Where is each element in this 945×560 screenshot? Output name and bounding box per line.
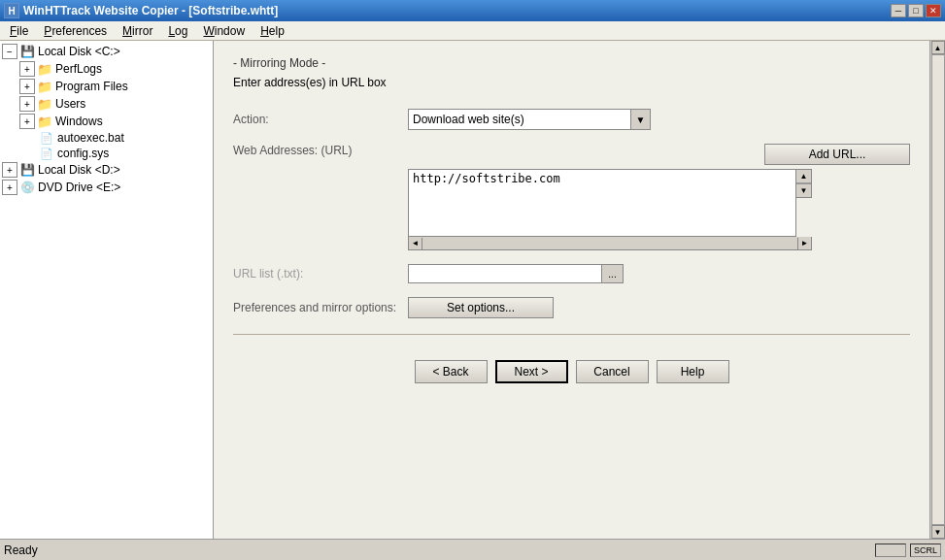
tree-item-config-sys[interactable]: 📄 config.sys [19, 146, 211, 161]
tree-expander-e[interactable]: + [2, 180, 17, 195]
menu-preferences[interactable]: Preferences [36, 22, 115, 40]
tree-item-program-files[interactable]: + 📁 Program Files [19, 78, 211, 95]
tree-label-local-c: Local Disk <C:> [38, 45, 120, 58]
close-button[interactable]: ✕ [926, 4, 941, 17]
tree-expander-d[interactable]: + [2, 162, 17, 178]
action-control: Download web site(s)Download web site(s)… [408, 109, 910, 130]
tree-label-users: Users [55, 97, 85, 111]
status-right: SCRL [875, 544, 941, 557]
action-row: Action: Download web site(s)Download web… [233, 109, 910, 130]
tree-expander-users[interactable]: + [19, 96, 35, 112]
file-tree: − 💾 Local Disk <C:> + 📁 PerfLogs + 📁 Pro… [0, 41, 214, 539]
tree-item-dvd-e[interactable]: + 💿 DVD Drive <E:> [2, 179, 211, 196]
back-button[interactable]: < Back [415, 360, 488, 383]
main-container: − 💾 Local Disk <C:> + 📁 PerfLogs + 📁 Pro… [0, 41, 945, 539]
action-label: Action: [233, 113, 408, 126]
folder-icon-users: 📁 [37, 97, 52, 111]
menu-help[interactable]: Help [253, 22, 292, 40]
url-list-control: ... [408, 264, 624, 283]
disk-icon-c: 💾 [19, 45, 35, 58]
url-list-browse-button[interactable]: ... [602, 264, 624, 283]
menu-bar: File Preferences Mirror Log Window Help [0, 21, 945, 41]
dropdown-arrow-icon[interactable]: ▼ [631, 109, 651, 130]
url-scroll-up[interactable]: ▲ [796, 170, 811, 183]
right-scrollbar: ▲ ▼ [929, 41, 945, 539]
url-list-input[interactable] [408, 264, 602, 283]
help-button[interactable]: Help [657, 360, 729, 383]
subtitle: Enter address(es) in URL box [233, 76, 910, 89]
title-bar-text: WinHTTrack Website Copier - [Softstribe.… [23, 4, 278, 17]
tree-item-users[interactable]: + 📁 Users [19, 95, 211, 113]
url-row-wrapper: http://softstribe.com ▲ ▼ [408, 169, 910, 237]
menu-file[interactable]: File [2, 22, 36, 40]
content-area: - Mirroring Mode - Enter address(es) in … [214, 41, 929, 539]
file-icon-autoexec: 📄 [39, 131, 54, 145]
file-icon-config-sys: 📄 [39, 147, 54, 160]
disk-icon-d: 💾 [19, 163, 35, 177]
window-controls: ─ □ ✕ [891, 4, 941, 17]
folder-icon-program-files: 📁 [37, 80, 52, 93]
tree-label-dvd-e: DVD Drive <E:> [38, 181, 120, 194]
tree-item-local-d[interactable]: + 💾 Local Disk <D:> [2, 161, 211, 179]
tree-label-perflogs: PerfLogs [55, 62, 102, 76]
tree-label-program-files: Program Files [55, 80, 128, 93]
separator [233, 334, 910, 335]
tree-label-autoexec: autoexec.bat [57, 131, 124, 145]
tree-expander-program-files[interactable]: + [19, 79, 35, 94]
url-hscrollbar: ◄ ► [408, 237, 812, 250]
menu-window[interactable]: Window [195, 22, 253, 40]
scroll-track [931, 54, 945, 525]
url-scroll-down[interactable]: ▼ [796, 183, 811, 197]
folder-icon-perflogs: 📁 [37, 62, 52, 76]
cancel-button[interactable]: Cancel [576, 360, 649, 383]
tree-expander-c[interactable]: − [2, 44, 17, 59]
url-side-scrollbar: ▲ ▼ [796, 169, 812, 198]
url-scroll-right[interactable]: ► [797, 238, 811, 249]
mode-title: - Mirroring Mode - [233, 56, 910, 70]
status-bar: Ready SCRL [0, 539, 945, 560]
tree-item-local-c[interactable]: − 💾 Local Disk <C:> [2, 43, 211, 60]
menu-mirror[interactable]: Mirror [115, 22, 160, 40]
web-addresses-label: Web Addresses: (URL) [233, 144, 408, 157]
scroll-down-arrow[interactable]: ▼ [931, 525, 945, 539]
url-list-row: URL list (.txt): ... [233, 264, 910, 283]
status-text: Ready [4, 544, 38, 557]
url-scroll-left[interactable]: ◄ [409, 238, 422, 249]
app-icon: H [4, 3, 19, 18]
preferences-label: Preferences and mirror options: [233, 301, 408, 314]
status-indicator-1 [875, 544, 906, 557]
next-button[interactable]: Next > [495, 360, 568, 383]
right-panel: - Mirroring Mode - Enter address(es) in … [214, 41, 929, 539]
url-list-label: URL list (.txt): [233, 267, 408, 280]
maximize-button[interactable]: □ [908, 4, 924, 17]
set-options-button[interactable]: Set options... [408, 297, 554, 318]
tree-label-windows: Windows [55, 115, 103, 128]
title-bar: H WinHTTrack Website Copier - [Softstrib… [0, 0, 945, 21]
tree-item-autoexec[interactable]: 📄 autoexec.bat [19, 130, 211, 146]
web-addresses-control: Add URL... http://softstribe.com ▲ ▼ ◄ [408, 144, 910, 250]
tree-item-perflogs[interactable]: + 📁 PerfLogs [19, 60, 211, 78]
status-indicator-scrl: SCRL [910, 544, 941, 557]
menu-log[interactable]: Log [160, 22, 195, 40]
tree-expander-perflogs[interactable]: + [19, 61, 35, 77]
action-dropdown-wrapper: Download web site(s)Download web site(s)… [408, 109, 910, 130]
web-addresses-row: Web Addresses: (URL) Add URL... http://s… [233, 144, 910, 250]
tree-expander-windows[interactable]: + [19, 114, 35, 129]
action-select[interactable]: Download web site(s)Download web site(s)… [408, 109, 631, 130]
url-textarea[interactable]: http://softstribe.com [408, 169, 796, 237]
tree-label-local-d: Local Disk <D:> [38, 163, 120, 177]
preferences-row: Preferences and mirror options: Set opti… [233, 297, 910, 318]
add-url-button[interactable]: Add URL... [764, 144, 910, 165]
tree-item-windows[interactable]: + 📁 Windows [19, 113, 211, 130]
scroll-up-arrow[interactable]: ▲ [931, 41, 945, 54]
preferences-control: Set options... [408, 297, 910, 318]
folder-icon-windows: 📁 [37, 115, 52, 128]
minimize-button[interactable]: ─ [891, 4, 906, 17]
dvd-icon-e: 💿 [19, 181, 35, 194]
tree-label-config-sys: config.sys [57, 147, 109, 160]
bottom-buttons: < Back Next > Cancel Help [233, 350, 910, 393]
